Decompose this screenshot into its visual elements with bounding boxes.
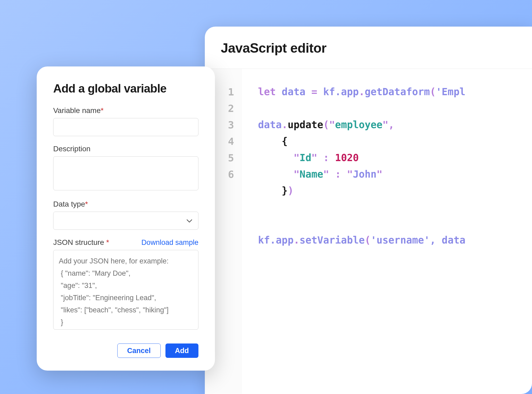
code-token: " [323,169,329,180]
code-token-method: getDataform [365,86,430,98]
code-token-string: John [353,169,376,180]
code-token-identifier: data [258,119,282,131]
required-star-icon: * [85,200,88,208]
code-token: : [317,152,335,164]
data-type-field: Data type* [53,200,198,230]
code-token: , [388,119,394,131]
variable-name-field: Variable name* [53,106,198,136]
code-token: ' [424,234,430,246]
code-token: , [430,234,442,246]
json-structure-input[interactable]: Add your JSON here, for example: { "name… [53,250,198,330]
code-token: ( [365,234,371,246]
json-structure-field: JSON structure * Download sample Add you… [53,238,198,330]
code-token-identifier: kf.app [323,86,359,98]
code-token: ( [430,86,436,98]
code-token-identifier: kf.app [258,234,294,246]
code-token: " [347,169,353,180]
code-token-method: update [288,119,323,131]
code-token-keyword: let [258,86,276,98]
variable-name-label: Variable name* [53,106,198,115]
code-editor[interactable]: let data = kf.app.getDataform('Empl data… [242,69,532,394]
editor-header: JavaScript editor [205,27,532,69]
json-structure-label: JSON structure * [53,238,109,247]
description-field: Description [53,145,198,191]
code-token-string: employee [335,119,383,131]
variable-name-input[interactable] [53,118,198,136]
code-token: . [282,119,288,131]
chevron-down-icon [186,217,192,225]
code-token: " [383,119,388,131]
code-token: : [329,169,347,180]
code-token: ) [288,185,293,196]
code-token: ( [323,119,329,131]
code-token-string: 'Empl [436,86,465,98]
code-token-number: 1020 [335,152,359,164]
code-token: . [294,234,300,246]
editor-panel: JavaScript editor 1 2 3 4 5 6 let data =… [205,27,532,394]
code-token: " [294,152,300,164]
code-token-key: Id [300,152,311,164]
code-token-method: setVariable [300,234,365,246]
code-token: " [329,119,335,131]
code-token: { [282,136,288,147]
code-token-key: Name [300,169,323,180]
data-type-select[interactable] [53,212,198,230]
required-star-icon: * [101,106,103,115]
editor-title: JavaScript editor [221,40,516,56]
data-type-label: Data type* [53,200,198,208]
editor-body: 1 2 3 4 5 6 let data = kf.app.getDatafor… [205,69,532,394]
required-star-icon: * [104,238,109,246]
code-token: " [377,169,383,180]
add-button[interactable]: Add [165,343,198,358]
description-input[interactable] [53,156,198,190]
code-token: = [305,86,323,98]
add-global-variable-modal: Add a global variable Variable name* Des… [37,66,215,371]
download-sample-link[interactable]: Download sample [141,238,198,247]
code-token: } [282,185,288,196]
code-token-identifier: data [442,234,466,246]
code-token-string: username [377,234,424,246]
modal-button-row: Cancel Add [53,343,198,358]
modal-title: Add a global variable [53,82,198,95]
cancel-button[interactable]: Cancel [117,343,161,358]
code-token: . [359,86,365,98]
code-token: " [311,152,317,164]
code-token: ' [371,234,376,246]
description-label: Description [53,145,198,153]
code-token: " [294,169,300,180]
code-token-identifier: data [282,86,305,98]
